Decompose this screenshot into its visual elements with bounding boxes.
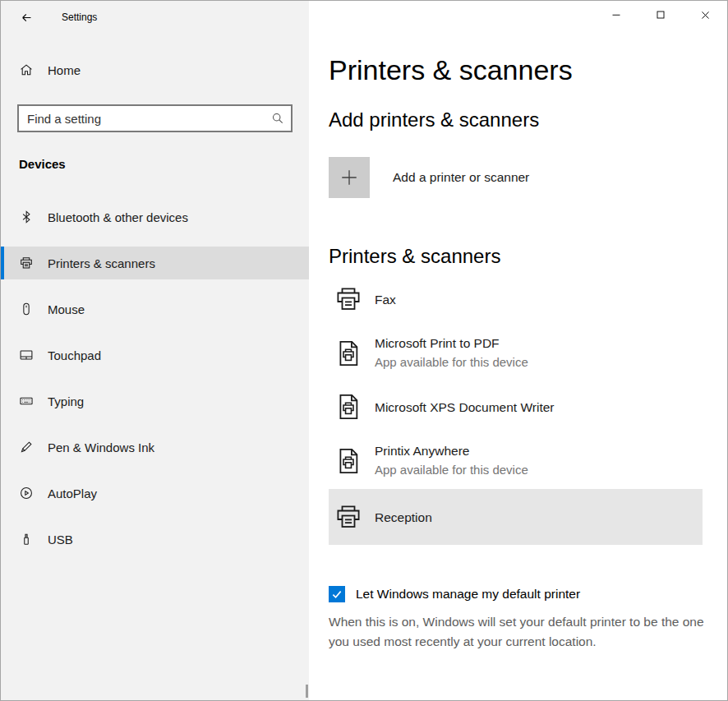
home-icon	[19, 62, 34, 77]
default-printer-description: When this is on, Windows will set your d…	[329, 612, 708, 651]
printers-section-heading: Printers & scanners	[329, 244, 703, 269]
printer-name: Printix Anywhere	[375, 442, 528, 459]
back-button[interactable]	[12, 6, 40, 29]
search-input[interactable]	[17, 104, 293, 132]
printer-row-reception[interactable]: Reception	[329, 489, 703, 545]
add-printer-button[interactable]: Add a printer or scanner	[329, 157, 529, 198]
default-printer-checkbox[interactable]	[329, 586, 345, 602]
sidebar-item-mouse[interactable]: Mouse	[1, 293, 309, 325]
default-printer-checkbox-row[interactable]: Let Windows manage my default printer	[329, 586, 580, 602]
sidebar-item-typing[interactable]: Typing	[1, 385, 309, 417]
sidebar-item-label: Typing	[48, 394, 84, 408]
printer-row-printix-anywhere[interactable]: Printix Anywhere App available for this …	[329, 432, 703, 489]
close-button[interactable]	[683, 1, 727, 29]
app-title: Settings	[62, 12, 97, 23]
autoplay-icon	[19, 486, 34, 500]
printer-name: Fax	[375, 291, 396, 308]
printer-status: App available for this device	[375, 461, 528, 479]
sidebar-item-label: Printers & scanners	[48, 256, 155, 270]
maximize-button[interactable]	[638, 1, 683, 29]
printer-document-icon	[334, 339, 363, 368]
mouse-icon	[19, 302, 34, 316]
selected-accent-bar	[1, 247, 4, 279]
home-label: Home	[48, 63, 81, 77]
printer-text: Fax	[375, 291, 396, 308]
printer-name: Microsoft Print to PDF	[375, 334, 528, 352]
sidebar-item-printers-scanners[interactable]: Printers & scanners	[1, 247, 309, 279]
sidebar-item-autoplay[interactable]: AutoPlay	[1, 477, 309, 510]
printer-text: Microsoft Print to PDF App available for…	[375, 334, 528, 371]
sidebar-item-home[interactable]: Home	[1, 53, 309, 86]
touchpad-icon	[19, 348, 34, 362]
add-printer-label: Add a printer or scanner	[393, 170, 529, 185]
printer-status: App available for this device	[375, 353, 528, 371]
printer-row-microsoft-xps-document-writer[interactable]: Microsoft XPS Document Writer	[329, 381, 703, 432]
search-box	[17, 104, 293, 132]
pen-icon	[19, 440, 34, 454]
settings-window: Settings Home Devices Bluetooth & other …	[0, 0, 728, 701]
sidebar-item-label: Pen & Windows Ink	[48, 440, 154, 454]
sidebar-item-label: Bluetooth & other devices	[48, 210, 188, 224]
sidebar-item-usb[interactable]: USB	[1, 523, 309, 556]
printer-text: Reception	[375, 509, 432, 526]
back-arrow-icon	[20, 11, 34, 25]
printer-icon	[334, 502, 363, 532]
printer-text: Printix Anywhere App available for this …	[375, 442, 528, 479]
main-content: Printers & scanners Add printers & scann…	[309, 1, 727, 700]
printer-document-icon	[334, 392, 363, 422]
sidebar-item-label: Touchpad	[48, 348, 101, 362]
sidebar-scrollbar-thumb[interactable]	[306, 685, 308, 698]
default-printer-section: Let Windows manage my default printer Wh…	[329, 586, 703, 651]
checkmark-icon	[330, 588, 343, 601]
printer-icon	[334, 284, 363, 314]
sidebar-item-label: Mouse	[48, 302, 85, 316]
sidebar-item-pen-windows-ink[interactable]: Pen & Windows Ink	[1, 431, 309, 463]
minimize-button[interactable]	[594, 1, 638, 29]
sidebar-nav: Bluetooth & other devices Printers & sca…	[1, 201, 309, 556]
sidebar: Settings Home Devices Bluetooth & other …	[1, 1, 309, 700]
printer-list: Fax Microsoft Print to PDF App available…	[329, 274, 703, 545]
printer-text: Microsoft XPS Document Writer	[375, 399, 555, 416]
usb-icon	[19, 532, 34, 547]
sidebar-item-label: AutoPlay	[48, 487, 97, 500]
titlebar-left: Settings	[1, 1, 309, 34]
printer-name: Microsoft XPS Document Writer	[375, 399, 555, 416]
sidebar-item-label: USB	[48, 533, 73, 547]
printer-icon	[19, 256, 34, 270]
printer-document-icon	[334, 446, 363, 476]
printer-name: Reception	[375, 509, 432, 526]
sidebar-section-header: Devices	[19, 157, 309, 171]
keyboard-icon	[19, 394, 34, 408]
printer-row-microsoft-print-to-pdf[interactable]: Microsoft Print to PDF App available for…	[329, 325, 703, 381]
sidebar-item-touchpad[interactable]: Touchpad	[1, 339, 309, 371]
bluetooth-icon	[19, 210, 34, 224]
default-printer-label: Let Windows manage my default printer	[356, 587, 580, 602]
search-icon[interactable]	[270, 111, 285, 126]
page-title: Printers & scanners	[329, 53, 703, 86]
window-controls	[594, 1, 727, 29]
printer-row-fax[interactable]: Fax	[329, 274, 703, 325]
sidebar-item-bluetooth[interactable]: Bluetooth & other devices	[1, 201, 309, 233]
plus-icon	[329, 157, 370, 198]
add-section-heading: Add printers & scanners	[329, 108, 703, 132]
